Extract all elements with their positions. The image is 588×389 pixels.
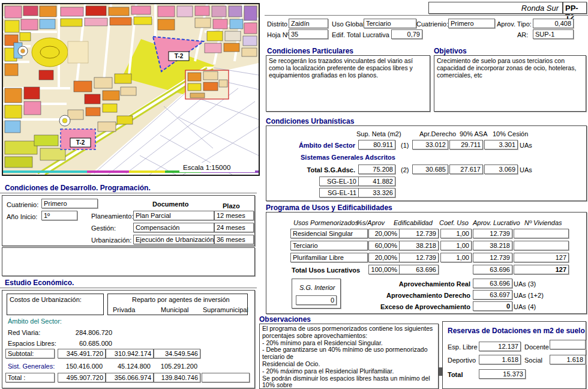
red-viaria-value: 284.806.720 [59, 329, 112, 336]
aprov-field[interactable]: 12.739 [473, 253, 512, 262]
edif-field[interactable]: 38.218 [399, 241, 439, 250]
distrito-field[interactable]: Zaidín [289, 19, 328, 28]
ar-field[interactable]: SUP-1 [533, 29, 574, 39]
desarrollo-box: Cuatrienio: Primero Año Inicio: 1º Docum… [2, 195, 255, 246]
coef-field[interactable]: 1,00 [440, 229, 472, 238]
uso-global-label: Uso Global [332, 20, 364, 28]
aprov-derecho-label: Aprovechamiento Derecho [350, 292, 470, 299]
viviendas-field[interactable]: 127 [514, 253, 569, 262]
pct-field[interactable]: 20,00% [368, 229, 400, 238]
col-supramunicipal: Supramunicipal [203, 306, 248, 313]
aprov-field[interactable]: 38.218 [473, 241, 512, 250]
total-label-box[interactable]: Total : [5, 373, 55, 382]
docente-field[interactable] [550, 340, 586, 349]
total-edif-field[interactable]: 63.696 [399, 265, 439, 274]
gestion-plazo-field[interactable]: 24 meses [214, 223, 254, 232]
total-usos-label: Total Usos Lucrativos [292, 267, 360, 274]
total-sg-sup-neta-field[interactable]: 75.208 [358, 164, 395, 174]
sg-interior-box: S.G. Interior 0 [292, 279, 341, 309]
espacios-libres-label: Espacios Libres: [8, 340, 56, 347]
ano-inicio-field[interactable]: 1º [41, 211, 77, 220]
planeamiento-plazo-field[interactable]: 12 meses [214, 211, 254, 220]
pct-field[interactable]: 60,00% [368, 241, 400, 250]
map-label-t2-lower: T-2 [70, 138, 91, 147]
deportivo-field[interactable]: 1.618 [479, 355, 521, 364]
cuatrienio-field[interactable]: Primero [448, 19, 495, 28]
sg-privada-value: 150.416.000 [58, 363, 103, 370]
documento-header: Documento [152, 201, 189, 208]
ambito-sup-neta-field[interactable]: 80.911 [358, 140, 395, 149]
map-label-t2-upper: T-2 [169, 52, 189, 61]
aprov-tipo-label: Aprov. Tipo: [497, 20, 532, 28]
pct-field[interactable]: 20,00% [368, 253, 400, 262]
total-pct-field[interactable]: 100,00% [368, 265, 400, 274]
col-privada: Privada [113, 306, 135, 313]
edif-field[interactable]: 12.739 [399, 229, 439, 238]
espacios-libres-value: 60.685.000 [59, 340, 112, 347]
subtotal-label-box[interactable]: Subtotal: [5, 349, 55, 358]
ambito-cesion-field[interactable]: 3.301 [484, 140, 518, 149]
observaciones-box: El programa de usos pormenorizados conti… [259, 324, 439, 389]
social-field[interactable]: 1.618 [550, 355, 586, 364]
subtotal-municipal-field[interactable]: 310.942.174 [106, 349, 154, 358]
planning-sheet: { "header": { "area_name": "Ronda Sur", … [0, 0, 588, 389]
zoning-map: T-2 T-2 Escala 1:15000 [2, 3, 260, 176]
col-apr-derecho: Apr.Derecho [419, 130, 456, 137]
viviendas-field[interactable] [514, 241, 569, 250]
desarrollo-title: Condiciones de Desarrollo. Programación. [5, 184, 151, 192]
urbanizacion-doc-field[interactable]: Ejecución de Urbanización [133, 235, 214, 244]
total-extra-field[interactable] [202, 373, 250, 382]
uso-field[interactable]: Terciario [290, 241, 368, 250]
coef-field[interactable]: 1,00 [440, 253, 472, 262]
col-aprov: Aprov. Lucrativo [473, 219, 520, 226]
total-municipal-field[interactable]: 356.066.974 [106, 373, 154, 382]
sg-row-value[interactable]: 33.326 [358, 188, 395, 198]
aprov-derecho-unit: UAs (1+2) [514, 292, 544, 299]
planeamiento-doc-field[interactable]: Plan Parcial [133, 211, 214, 220]
ambito-unit: UAs [520, 142, 532, 149]
exceso-field[interactable]: 0 [473, 301, 512, 311]
reservas-total-field[interactable]: 15.373 [479, 369, 526, 379]
total-supra-field[interactable]: 139.840.746 [154, 373, 200, 382]
total-sg-asa-field[interactable]: 27.617 [449, 164, 483, 174]
aprov-field[interactable]: 12.739 [473, 229, 512, 238]
svg-text:Escala 1:15000: Escala 1:15000 [183, 164, 230, 171]
total-viviendas-field[interactable]: 127 [514, 265, 569, 274]
uso-field[interactable]: Residencial Singular [290, 229, 368, 238]
viviendas-field[interactable] [514, 229, 569, 238]
sg-interior-field[interactable]: 0 [296, 295, 337, 305]
hoja-field[interactable]: 35 [289, 29, 328, 39]
aprov-real-field[interactable]: 63.696 [473, 279, 512, 288]
ambito-asa-field[interactable]: 29.711 [449, 140, 483, 149]
esp-libre-field[interactable]: 12.137 [479, 342, 521, 351]
reparto-box: Reparto por agentes de inversión Privada… [107, 294, 248, 315]
gestion-doc-field[interactable]: Compensación [133, 223, 214, 232]
ambito-sector-label: Ámbito del Sector [283, 142, 355, 149]
uso-global-field[interactable]: Terciario [364, 19, 416, 28]
coef-field[interactable]: 1,00 [440, 241, 472, 250]
aprov-derecho-field[interactable]: 63.697 [473, 290, 512, 300]
area-name: Ronda Sur [521, 4, 559, 13]
sg-row-value[interactable]: 41.882 [358, 176, 395, 186]
subtotal-supra-field[interactable]: 34.549.546 [154, 349, 200, 358]
total-aprov-field[interactable]: 63.696 [473, 265, 512, 274]
edif-field[interactable]: 12.739 [399, 253, 439, 262]
aprov-tipo-field[interactable]: 0,408 [533, 19, 574, 28]
sg-row-code[interactable]: SG-EL-10 [319, 176, 359, 186]
urbanizacion-plazo-field[interactable]: 36 meses [214, 235, 254, 244]
reservas-total-label: Total [448, 371, 463, 378]
uso-field[interactable]: Plurifamiliar Libre [290, 253, 368, 262]
notes-empty-box [2, 247, 255, 276]
edif-label: Edif. Total Lucrativa [332, 31, 389, 38]
desarrollo-cuatrienio-field[interactable]: Primero [41, 199, 98, 208]
subtotal-privada-field[interactable]: 345.491.720 [58, 349, 106, 358]
observaciones-text: El programa de usos pormenorizados conti… [262, 325, 435, 389]
edif-field[interactable]: 0,79 [391, 29, 422, 39]
sg-row-code[interactable]: SG-EL-11 [319, 188, 359, 198]
ambito-apr-derecho-field[interactable]: 33.012 [412, 140, 448, 149]
total-sg-cesion-field[interactable]: 3.069 [484, 164, 518, 174]
estudio-title: Estudio Económico. [5, 279, 74, 287]
total-sg-apr-derecho-field[interactable]: 30.685 [412, 164, 448, 174]
aprov-real-label: Aprovechamiento Real [350, 280, 470, 288]
total-privada-field[interactable]: 495.907.720 [58, 373, 106, 382]
